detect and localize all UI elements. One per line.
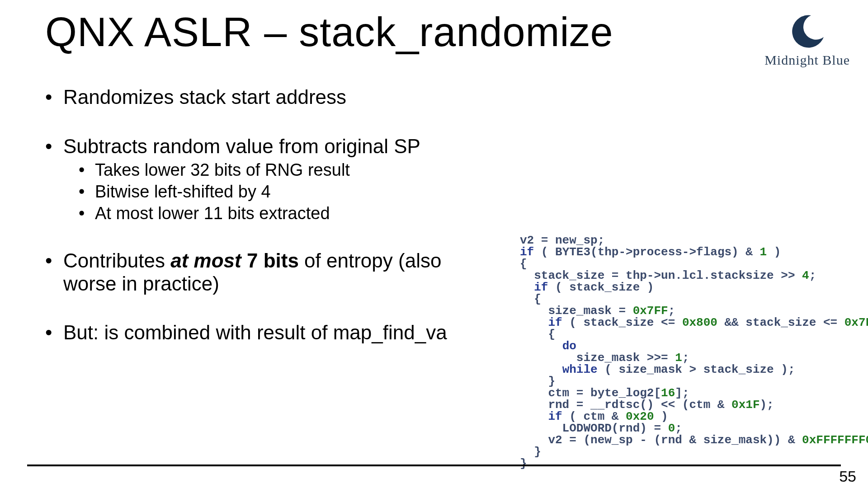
bullet-2: Subtracts random value from original SP … <box>45 135 497 224</box>
bullet-2-1-text: Takes lower 32 bits of RNG result <box>95 160 350 179</box>
bullet-3-em1: at most <box>170 249 241 272</box>
logo: Midnight Blue <box>764 14 850 68</box>
slide: QNX ASLR – stack_randomize Midnight Blue… <box>0 0 868 488</box>
code-block: v2 = new_sp; if ( BYTE3(thp->process->fl… <box>520 235 868 469</box>
bullet-2-3: At most lower 11 bits extracted <box>79 204 497 224</box>
bullet-3-em2: 7 bits <box>247 249 299 272</box>
slide-title: QNX ASLR – stack_randomize <box>45 9 613 56</box>
bullet-3: Contributes at most 7 bits of entropy (a… <box>45 249 497 295</box>
slide-body: Randomizes stack start address Subtracts… <box>45 86 497 371</box>
divider <box>27 465 841 466</box>
logo-text: Midnight Blue <box>764 52 850 68</box>
bullet-1: Randomizes stack start address <box>45 86 497 109</box>
bullet-3-mid <box>241 249 247 272</box>
bullet-4: But: is combined with result of map_find… <box>45 321 497 344</box>
bullet-4-text: But: is combined with result of map_find… <box>63 321 447 343</box>
bullet-1-text: Randomizes stack start address <box>63 86 346 108</box>
bullet-2-2-text: Bitwise left-shifted by 4 <box>95 182 271 201</box>
moon-icon <box>789 14 826 50</box>
bullet-2-2: Bitwise left-shifted by 4 <box>79 182 497 202</box>
bullet-3-pre: Contributes <box>63 249 170 272</box>
bullet-2-1: Takes lower 32 bits of RNG result <box>79 160 497 180</box>
page-number: 55 <box>839 468 856 485</box>
bullet-2-text: Subtracts random value from original SP <box>63 135 420 157</box>
bullet-2-3-text: At most lower 11 bits extracted <box>95 204 330 223</box>
